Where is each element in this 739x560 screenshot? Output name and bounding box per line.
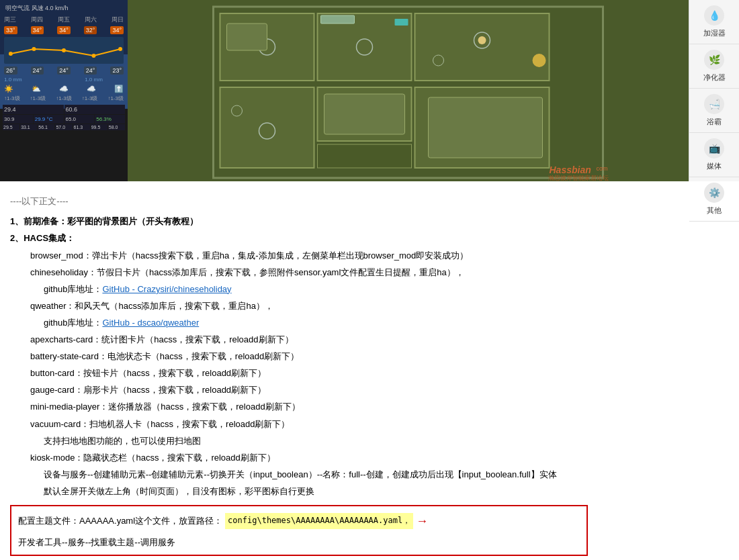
section-2-title: 2、HACS集成： <box>10 231 729 246</box>
highlight-content: 配置主题文件：AAAAAA.yaml这个文件，放置路径： config\them… <box>18 510 580 551</box>
svg-rect-23 <box>324 94 405 134</box>
qweather-link[interactable]: GitHub - dscao/qweather <box>102 318 199 328</box>
hacs-browser-mod: browser_mod：弹出卡片（hacss搜索下载，重启ha，集成-添加集成，… <box>30 248 729 263</box>
hacs-battery: battery-state-card：电池状态卡（hacss，搜索下载，relo… <box>30 349 729 364</box>
svg-rect-24 <box>429 97 543 158</box>
svg-text:com: com <box>597 165 608 172</box>
hacs-apexcharts: apexcharts-card：统计图卡片（hacss，搜索下载，reloadd… <box>30 332 729 347</box>
weather-panel: 明空气流 风速 4.0 km/h 周三周四周五周六周日 33° 34° 34° … <box>0 0 128 181</box>
media-label: 媒体 <box>707 161 722 171</box>
media-icon: 📺 <box>704 138 724 158</box>
hacs-qweather: qweather：和风天气（hacss添加库后，搜索下载，重启ha）， <box>30 299 729 314</box>
hacs-default-full: 默认全屏开关做左上角（时间页面），目没有图标，彩平图标自行更换 <box>44 484 729 499</box>
hacs-chineseholiday: chineseholiday：节假日卡片（hacss添加库后，搜索下载，参照附件… <box>30 265 729 280</box>
highlight-code: config\themes\AAAAAAAA\AAAAAAAA.yaml， <box>225 513 413 529</box>
bath-icon: 🛁 <box>704 94 724 114</box>
purifier-label: 净化器 <box>703 73 726 83</box>
bath-label: 浴霸 <box>707 117 722 127</box>
other-label: 其他 <box>707 205 722 216</box>
hacs-kiosk: kiosk-mode：隐藏状态栏（hacss，搜索下载，reloadd刷新下） <box>30 451 729 465</box>
hacs-vacuum-map: 支持扫地地图功能的，也可以使用扫地图 <box>44 434 729 449</box>
svg-text:瀚思彼岸智能家居论坛: 瀚思彼岸智能家居论坛 <box>548 175 609 181</box>
svg-point-1 <box>32 47 36 51</box>
highlight-config-box: 配置主题文件：AAAAAA.yaml这个文件，放置路径： config\them… <box>10 505 588 556</box>
hacs-chineseholiday-link-row: github库地址：GitHub - Crazysiri/chineseholi… <box>44 282 729 297</box>
humidifier-label: 加湿器 <box>703 28 726 38</box>
section-1-title: 1、前期准备：彩平图的背景图片（开头有教程） <box>10 214 729 229</box>
svg-rect-9 <box>415 13 550 81</box>
svg-rect-26 <box>321 15 355 24</box>
svg-rect-10 <box>220 87 314 168</box>
right-panel-purifier[interactable]: 🌿 净化器 <box>689 44 739 89</box>
divider-line: ----以下正文---- <box>10 193 729 209</box>
svg-point-29 <box>533 54 546 67</box>
svg-point-0 <box>9 52 13 56</box>
weather-title: 明空气流 风速 4.0 km/h <box>3 3 125 14</box>
hacs-vacuum: vacuum-card：扫地机器人卡（hacss，搜索下载，reloadd刷新下… <box>30 417 729 432</box>
svg-rect-25 <box>395 19 408 26</box>
hacs-mini-media: mini-media-player：迷你播放器（hacss，搜索下载，reloa… <box>30 400 729 414</box>
highlight-suffix: 开发者工具--服务--找重载主题--调用服务 <box>18 534 175 550</box>
svg-text:Hassbian: Hassbian <box>550 165 591 175</box>
highlight-prefix: 配置主题文件：AAAAAA.yaml这个文件，放置路径： <box>18 513 222 528</box>
right-panel-media[interactable]: 📺 媒体 <box>689 133 739 177</box>
right-panel-bath[interactable]: 🛁 浴霸 <box>689 89 739 133</box>
right-panel: 💧 加湿器 🌿 净化器 🛁 浴霸 📺 媒体 ⚙️ 其他 <box>689 0 739 181</box>
svg-point-4 <box>118 47 122 51</box>
svg-point-3 <box>92 54 96 58</box>
top-image-area: 明空气流 风速 4.0 km/h 周三周四周五周六周日 33° 34° 34° … <box>0 0 739 181</box>
hacs-gauge: gauge-card：扇形卡片（hacss，搜索下载，reloadd刷新下） <box>30 383 729 398</box>
chineseholiday-link[interactable]: GitHub - Crazysiri/chineseholiday <box>102 284 231 294</box>
hacs-qweather-link-row: github库地址：GitHub - dscao/qweather <box>44 316 729 330</box>
svg-rect-13 <box>318 144 412 168</box>
main-content: ----以下正文---- 1、前期准备：彩平图的背景图片（开头有教程） 2、HA… <box>0 181 739 560</box>
svg-point-2 <box>62 48 66 52</box>
right-panel-other[interactable]: ⚙️ 其他 <box>689 177 739 222</box>
other-icon: ⚙️ <box>704 183 724 203</box>
humidifier-icon: 💧 <box>704 5 724 26</box>
hacs-button: button-card：按钮卡片（hacss，搜索下载，reloadd刷新下） <box>30 366 729 381</box>
hacs-input-boolean: 设备与服务--创建辅助元素--创建辅助元素--切换开关（input_boolea… <box>44 467 729 482</box>
red-arrow: → <box>416 510 428 532</box>
right-panel-humidifier[interactable]: 💧 加湿器 <box>689 0 739 44</box>
purifier-icon: 🌿 <box>704 50 724 70</box>
svg-point-17 <box>478 36 486 44</box>
svg-rect-22 <box>227 24 267 50</box>
floor-plan: Hassbian com 瀚思彼岸智能家居论坛 <box>128 0 689 181</box>
